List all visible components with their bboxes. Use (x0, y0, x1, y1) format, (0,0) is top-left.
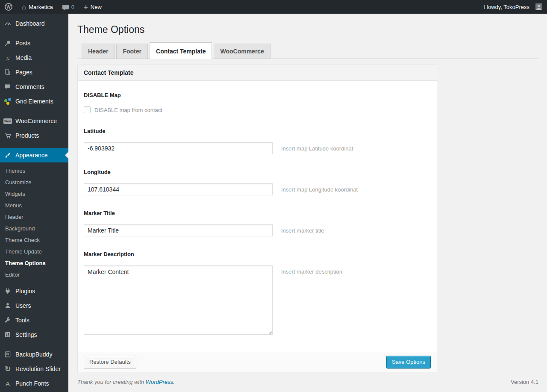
latitude-hint: Insert map Latitude koordinat (281, 142, 353, 152)
submenu-item-background[interactable]: Background (0, 223, 68, 234)
pushpin-icon (3, 40, 12, 47)
howdy-label: Howdy, TokoPress (484, 4, 529, 10)
new-content-menu[interactable]: + New (79, 0, 106, 14)
speech-bubble-icon (3, 83, 12, 90)
backup-drive-icon (3, 351, 12, 358)
version-label: Version 4.1 (511, 379, 538, 385)
longitude-input[interactable] (84, 183, 273, 195)
sidebar-item-plugins[interactable]: Plugins (0, 284, 68, 298)
tab-footer[interactable]: Footer (116, 44, 148, 59)
disable-map-checkbox-label: DISABLE map from contact (94, 107, 162, 113)
sidebar-item-media[interactable]: ♫ Media (0, 50, 68, 65)
comments-admin-bar-link[interactable]: 0 (58, 0, 79, 14)
admin-bar: W ⌂ Marketica 0 + New Howdy, TokoPress (0, 0, 547, 14)
menu-separator (0, 143, 68, 148)
marker-description-hint: Insert marker description (281, 265, 342, 275)
stacked-pages-icon (3, 69, 12, 76)
avatar (535, 3, 542, 10)
plug-icon (3, 288, 12, 295)
submenu-item-customize[interactable]: Customize (0, 177, 68, 188)
contact-template-panel: Contact Template DISABLE Map DISABLE map… (77, 65, 437, 372)
wrench-icon (3, 317, 12, 324)
refresh-arrows-icon: ↻ (3, 365, 12, 373)
sidebar-item-users[interactable]: Users (0, 298, 68, 313)
menu-separator (0, 342, 68, 347)
admin-sidebar: Dashboard Posts ♫ Media Pages Comments G… (0, 14, 68, 392)
page-footer: Thank you for creating with WordPress. V… (68, 379, 547, 392)
pinwheel-icon (3, 98, 12, 105)
sidebar-item-tools[interactable]: Tools (0, 313, 68, 327)
sidebar-item-comments[interactable]: Comments (0, 80, 68, 94)
submenu-item-themes[interactable]: Themes (0, 165, 68, 177)
woo-badge-icon: Woo (3, 118, 12, 124)
sliders-icon (3, 331, 12, 338)
disable-map-checkbox-row[interactable]: DISABLE map from contact (84, 106, 431, 113)
sidebar-item-grid-elements[interactable]: Grid Elements (0, 94, 68, 109)
submenu-item-theme-update[interactable]: Theme Update (0, 246, 68, 257)
sidebar-item-posts[interactable]: Posts (0, 36, 68, 50)
longitude-hint: Insert map Longitude koordinat (281, 183, 358, 193)
person-icon (3, 302, 12, 309)
submenu-item-editor[interactable]: Editor (0, 269, 68, 280)
panel-title: Contact Template (78, 65, 437, 81)
submenu-item-theme-options[interactable]: Theme Options (0, 257, 68, 269)
sidebar-item-backupbuddy[interactable]: BackupBuddy (0, 347, 68, 362)
home-icon: ⌂ (22, 3, 26, 11)
footer-thanks-text: Thank you for creating with WordPress. (77, 379, 175, 385)
latitude-input[interactable] (84, 142, 273, 154)
sidebar-item-pages[interactable]: Pages (0, 65, 68, 80)
sidebar-item-settings[interactable]: Settings (0, 327, 68, 342)
marker-title-hint: Insert marker title (281, 224, 324, 234)
page-title: Theme Options (77, 24, 538, 36)
longitude-label: Longitude (84, 169, 431, 175)
disable-map-field: DISABLE Map DISABLE map from contact (84, 92, 431, 113)
new-label: New (91, 4, 102, 10)
main-content: Theme Options Header Footer Contact Temp… (68, 0, 547, 392)
tab-contact-template[interactable]: Contact Template (150, 42, 212, 59)
marker-description-textarea[interactable] (84, 265, 273, 335)
comment-bubble-icon (62, 5, 69, 9)
site-name-label: Marketica (29, 4, 53, 10)
disable-map-label: DISABLE Map (84, 92, 431, 98)
music-note-icon: ♫ (3, 55, 12, 61)
marker-title-field: Marker Title Insert marker title (84, 210, 431, 236)
wordpress-logo-icon: W (5, 3, 12, 11)
save-options-button[interactable]: Save Options (386, 356, 431, 368)
tab-woocommerce[interactable]: WooCommerce (214, 44, 270, 59)
submenu-item-header[interactable]: Header (0, 211, 68, 223)
latitude-label: Latitude (84, 128, 431, 134)
menu-separator (0, 31, 68, 36)
site-name-link[interactable]: ⌂ Marketica (17, 0, 58, 14)
submenu-item-menus[interactable]: Menus (0, 200, 68, 211)
appearance-submenu: Themes Customize Widgets Menus Header Ba… (0, 162, 68, 284)
disable-map-checkbox[interactable] (84, 106, 91, 113)
submenu-item-widgets[interactable]: Widgets (0, 188, 68, 200)
tab-header[interactable]: Header (82, 44, 115, 59)
my-account-menu[interactable]: Howdy, TokoPress (479, 0, 547, 14)
sidebar-item-dashboard[interactable]: Dashboard (0, 16, 68, 31)
comment-count: 0 (71, 4, 74, 10)
latitude-field: Latitude Insert map Latitude koordinat (84, 128, 431, 154)
marker-title-label: Marker Title (84, 210, 431, 216)
marker-description-label: Marker Description (84, 251, 431, 257)
sidebar-item-punch-fonts[interactable]: A Punch Fonts (0, 376, 68, 391)
restore-defaults-button[interactable]: Restore Defaults (84, 356, 136, 368)
marker-description-field: Marker Description Insert marker descrip… (84, 251, 431, 335)
letter-a-icon: A (3, 380, 12, 387)
plus-icon: + (84, 3, 88, 11)
sidebar-item-woocommerce[interactable]: Woo WooCommerce (0, 114, 68, 128)
sidebar-item-revolution-slider[interactable]: ↻ Revolution Slider (0, 362, 68, 376)
wordpress-link[interactable]: WordPress (146, 379, 173, 385)
theme-options-tabs: Header Footer Contact Template WooCommer… (77, 43, 538, 59)
panel-footer: Restore Defaults Save Options (78, 352, 437, 372)
sidebar-item-products[interactable]: Products (0, 128, 68, 143)
cart-icon (3, 132, 12, 139)
gauge-icon (3, 20, 12, 27)
longitude-field: Longitude Insert map Longitude koordinat (84, 169, 431, 195)
paintbrush-icon (3, 152, 12, 159)
menu-separator (0, 109, 68, 114)
marker-title-input[interactable] (84, 224, 273, 236)
wordpress-logo-menu[interactable]: W (0, 0, 17, 14)
sidebar-item-appearance[interactable]: Appearance (0, 148, 68, 162)
submenu-item-theme-check[interactable]: Theme Check (0, 234, 68, 246)
